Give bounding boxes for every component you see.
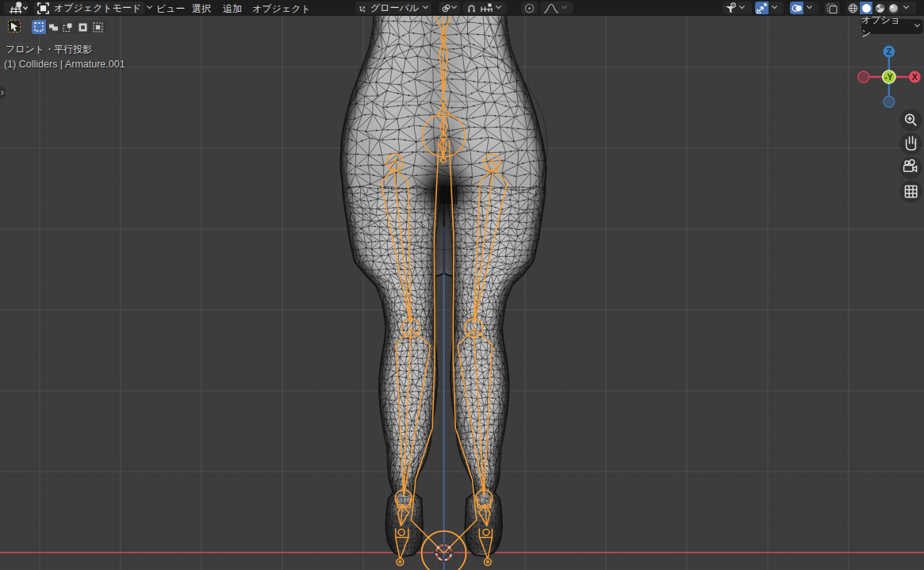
svg-text:-Y: -Y (884, 72, 893, 82)
svg-text:Z: Z (886, 47, 891, 56)
svg-text:X: X (912, 72, 918, 82)
